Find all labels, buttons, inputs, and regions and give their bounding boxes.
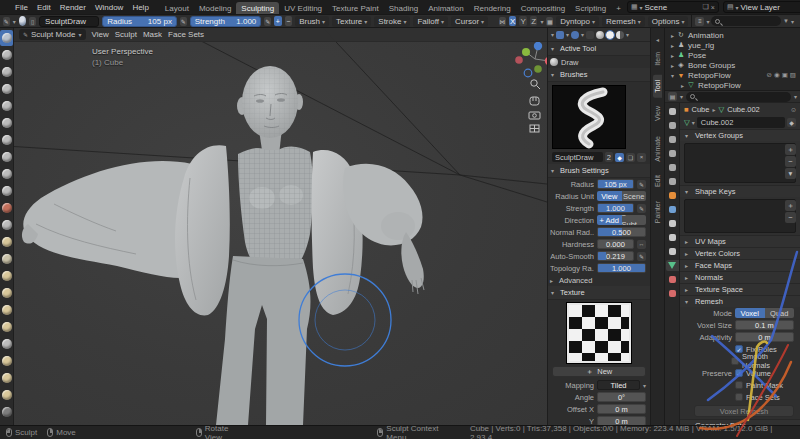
copy-icon[interactable]: ❏ bbox=[703, 3, 709, 11]
brush-layer[interactable] bbox=[0, 115, 13, 131]
properties-tab-object-data[interactable] bbox=[666, 260, 679, 271]
tab-compositing[interactable]: Compositing bbox=[516, 2, 570, 14]
properties-tab-world[interactable] bbox=[666, 176, 679, 187]
outliner-row[interactable]: ▸♟ Pose bbox=[667, 50, 798, 60]
remesh-icon[interactable]: ▦ bbox=[546, 17, 553, 26]
properties-tab-constraints[interactable] bbox=[666, 246, 679, 257]
symmetry-z-toggle[interactable]: Z bbox=[530, 16, 538, 26]
radius-slider[interactable]: Radius105 px bbox=[102, 16, 177, 27]
navigation-gizmo[interactable] bbox=[515, 42, 547, 77]
stroke-popover[interactable]: Stroke▾ bbox=[374, 16, 410, 27]
strength-slider[interactable]: 1.000 bbox=[597, 203, 634, 213]
brush-clay-thumb[interactable] bbox=[0, 98, 13, 114]
brush-draw[interactable] bbox=[0, 30, 13, 46]
symmetry-x-toggle[interactable]: X bbox=[509, 16, 517, 26]
tab-add-workspace[interactable]: + bbox=[611, 2, 626, 14]
close-icon[interactable]: × bbox=[711, 4, 715, 11]
tab-view[interactable]: View bbox=[653, 101, 662, 126]
vertex-colors-header[interactable]: ▸Vertex Colors bbox=[680, 247, 800, 259]
new-texture-button[interactable]: ＋New bbox=[552, 366, 646, 377]
radius-pressure-icon[interactable]: ✎ bbox=[637, 180, 646, 189]
remesh-mode-segment[interactable]: VoxelQuad bbox=[735, 308, 794, 318]
radius-unit-segment[interactable]: ViewScene bbox=[597, 191, 646, 201]
properties-tab-view-layer[interactable] bbox=[666, 148, 679, 159]
restrict-icon[interactable]: ⊘ bbox=[767, 71, 772, 79]
direction-subtract-toggle[interactable]: − bbox=[285, 16, 293, 26]
properties-icon[interactable]: ▤ bbox=[668, 92, 677, 101]
menu-edit[interactable]: Edit bbox=[33, 3, 55, 12]
menu-window[interactable]: Window bbox=[91, 3, 127, 12]
pin-icon[interactable]: ⊙ bbox=[791, 106, 796, 113]
unlink-icon[interactable]: × bbox=[637, 153, 646, 162]
tab-rendering[interactable]: Rendering bbox=[469, 2, 516, 14]
render-disable-icon[interactable]: ▨ bbox=[790, 71, 796, 79]
tab-painter[interactable]: Painter bbox=[653, 196, 662, 228]
properties-tab-output[interactable] bbox=[666, 134, 679, 145]
texture-space-header[interactable]: ▸Texture Space bbox=[680, 283, 800, 295]
active-tool-row[interactable]: Draw bbox=[548, 56, 650, 68]
falloff-smooth-icon[interactable] bbox=[606, 31, 614, 39]
texture-preview[interactable] bbox=[567, 303, 631, 363]
smooth-normals-checkbox[interactable] bbox=[731, 357, 739, 365]
direction-add-toggle[interactable]: + bbox=[274, 16, 282, 26]
properties-tab-tool[interactable] bbox=[666, 106, 679, 117]
brush-nudge[interactable] bbox=[0, 353, 13, 369]
menu-sculpt[interactable]: Sculpt bbox=[115, 30, 137, 39]
paint-mask-checkbox[interactable] bbox=[735, 381, 743, 389]
uv-maps-header[interactable]: ▸UV Maps bbox=[680, 235, 800, 247]
filter-icon[interactable]: ▾ bbox=[794, 93, 797, 100]
brush-inflate[interactable] bbox=[0, 132, 13, 148]
strength-slider[interactable]: Strength1.000 bbox=[190, 16, 262, 27]
brush-preview[interactable] bbox=[552, 85, 626, 149]
brush-popover[interactable]: Brush▾ bbox=[295, 16, 329, 27]
collapse-icon[interactable]: ◂ bbox=[656, 36, 659, 43]
properties-tab-texture[interactable] bbox=[666, 288, 679, 299]
shield-icon[interactable]: ◆ bbox=[787, 118, 796, 127]
active-tool-panel-header[interactable]: ▾Active Tool bbox=[548, 42, 650, 56]
outliner-row[interactable]: ▾▼ RetopoFlow ⊘ ◉ ▣ ▨ bbox=[667, 70, 798, 80]
brush-smooth[interactable] bbox=[0, 183, 13, 199]
vertex-groups-header[interactable]: ▾Vertex Groups bbox=[680, 129, 800, 141]
tab-animate[interactable]: Animate bbox=[653, 131, 662, 167]
adaptivity-field[interactable]: 0 m bbox=[735, 332, 794, 342]
texture-panel-header[interactable]: ▾Texture bbox=[548, 286, 650, 300]
vertex-groups-list[interactable]: ＋ − ▾ bbox=[684, 143, 796, 183]
display-mode-icon[interactable]: ≡ bbox=[695, 17, 704, 26]
brush-mask[interactable] bbox=[0, 404, 13, 420]
add-icon[interactable]: ＋ bbox=[785, 144, 796, 155]
normal-radius-slider[interactable]: 0.500 bbox=[597, 227, 646, 237]
voxel-remesh-button[interactable]: Voxel Remesh bbox=[694, 405, 794, 417]
brush-name-field[interactable]: SculptDraw bbox=[552, 152, 603, 162]
hide-eye-icon[interactable]: ◉ bbox=[774, 71, 780, 79]
normals-header[interactable]: ▸Normals bbox=[680, 271, 800, 283]
offset-y-field[interactable]: 0 m bbox=[597, 416, 646, 425]
brush-name-field[interactable]: SculptDraw bbox=[39, 16, 99, 27]
outliner-row[interactable]: ▸↻ Animation bbox=[667, 30, 798, 40]
duplicate-icon[interactable]: ❏ bbox=[626, 153, 635, 162]
properties-tab-particles[interactable] bbox=[666, 218, 679, 229]
volume-checkbox[interactable]: ✓ bbox=[735, 369, 743, 377]
brush-clay-strips[interactable] bbox=[0, 81, 13, 97]
falloff-square-icon[interactable] bbox=[586, 31, 594, 39]
specials-icon[interactable]: ▾ bbox=[785, 168, 796, 179]
breadcrumb-object[interactable]: Cube bbox=[692, 105, 710, 114]
radius-pressure-icon[interactable]: ✎ bbox=[180, 17, 187, 26]
remesh-header[interactable]: ▾Remesh bbox=[680, 295, 800, 307]
outliner-row[interactable]: ▸♟ yue_rig bbox=[667, 40, 798, 50]
face-sets-checkbox[interactable] bbox=[735, 393, 743, 401]
outliner-search-input[interactable] bbox=[711, 16, 781, 26]
autosmooth-slider[interactable]: 0.219 bbox=[597, 251, 634, 261]
shape-keys-list[interactable]: ＋ − bbox=[684, 199, 796, 233]
view-layer-selector[interactable]: ▤▾ View Layer ❏ bbox=[723, 1, 800, 13]
tab-tool[interactable]: Tool bbox=[653, 75, 662, 98]
brush-pinch[interactable] bbox=[0, 251, 13, 267]
direction-segment[interactable]: + Add− Subt.. bbox=[597, 215, 646, 225]
mesh-name-field[interactable]: Cube.002 bbox=[697, 117, 785, 128]
voxel-size-field[interactable]: 0.1 m bbox=[735, 320, 794, 330]
properties-tab-scene[interactable] bbox=[666, 162, 679, 173]
tab-modeling[interactable]: Modeling bbox=[194, 2, 236, 14]
texture-popover[interactable]: Texture▾ bbox=[332, 16, 371, 27]
hardness-slider[interactable]: 0.000 bbox=[597, 239, 634, 249]
remesh-popover[interactable]: Remesh▾ bbox=[602, 16, 645, 27]
tab-texture-paint[interactable]: Texture Paint bbox=[327, 2, 384, 14]
